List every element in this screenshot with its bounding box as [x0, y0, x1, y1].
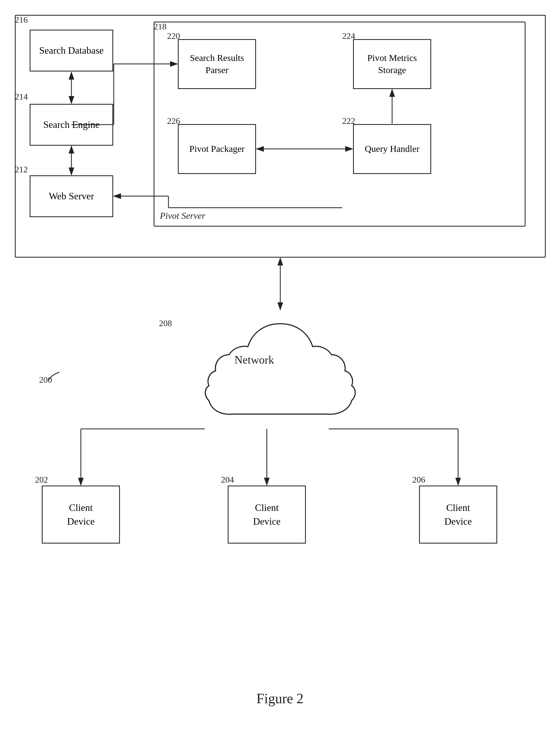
pivot-packager-box: Pivot Packager [178, 124, 256, 174]
label-218: 218 [154, 21, 167, 31]
label-214: 214 [15, 92, 28, 102]
client-device-3-box: ClientDevice [419, 485, 497, 544]
client-device-1-label: ClientDevice [67, 501, 95, 528]
query-handler-box: Query Handler [353, 124, 431, 174]
search-engine-box: Search Engine [30, 104, 113, 146]
label-212: 212 [15, 164, 28, 175]
figure-label: Figure 2 [0, 690, 560, 706]
pivot-packager-label: Pivot Packager [189, 143, 245, 155]
client-device-1-box: ClientDevice [42, 485, 120, 544]
network-label: Network [234, 353, 274, 366]
web-server-label: Web Server [49, 190, 94, 203]
network-cloud-shape [189, 310, 372, 429]
client-device-3-label: ClientDevice [445, 501, 472, 528]
query-handler-label: Query Handler [365, 143, 420, 155]
search-results-parser-label: Search Results Parser [179, 52, 255, 76]
label-204: 204 [221, 475, 234, 485]
label-208: 208 [159, 318, 172, 328]
search-database-box: Search Database [30, 30, 113, 71]
label-216: 216 [15, 15, 28, 25]
web-server-box: Web Server [30, 175, 113, 217]
pivot-server-label: Pivot Server [160, 211, 205, 221]
label-206: 206 [412, 475, 425, 485]
pivot-metrics-storage-label: Pivot Metrics Storage [354, 52, 430, 76]
search-engine-label: Search Engine [44, 119, 100, 131]
search-results-parser-box: Search Results Parser [178, 39, 256, 89]
label-200: 200 [39, 375, 52, 385]
pivot-metrics-storage-box: Pivot Metrics Storage [353, 39, 431, 89]
client-device-2-box: ClientDevice [228, 485, 306, 544]
client-device-2-label: ClientDevice [253, 501, 281, 528]
label-202: 202 [35, 475, 48, 485]
search-database-label: Search Database [39, 44, 104, 57]
